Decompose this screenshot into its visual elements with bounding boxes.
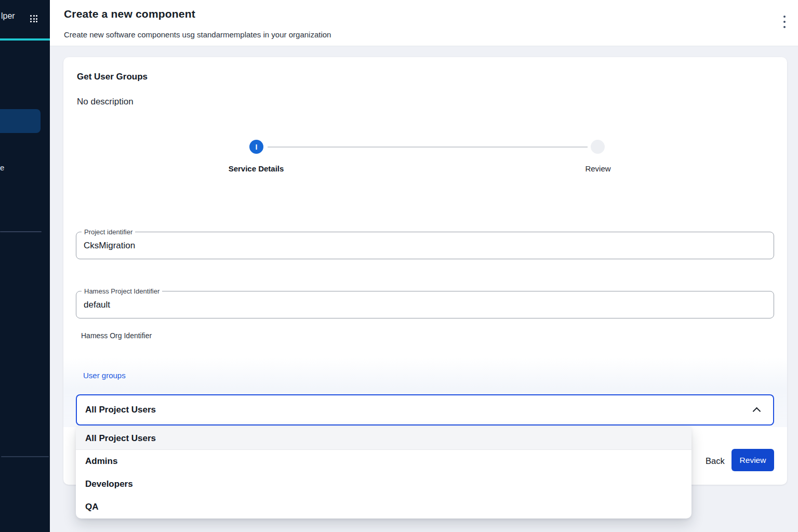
org-identifier-label: Hamess Org Identifier [81,331,152,340]
sidebar-app-title: lper [1,11,15,21]
review-button[interactable]: Review [732,449,774,471]
project-identifier-label: Project identifier [82,228,135,236]
user-groups-link[interactable]: User groups [83,371,126,380]
sidebar-item-label[interactable]: e [0,163,4,172]
back-button[interactable]: Back [700,453,730,469]
menu-item-qa[interactable]: QA [76,496,691,518]
menu-item-all-project-users[interactable]: All Project Users [76,427,691,450]
chevron-up-icon [753,407,761,416]
component-form-card: Get User Groups No description I Service… [63,57,787,485]
stepper-step-1-label: Service Details [229,164,284,173]
user-groups-dropdown-menu: All Project Users Admins Developers QA [76,427,691,518]
stepper-step-2-label: Review [585,164,610,173]
harness-project-identifier-field: Hamess Project Identifier [76,291,774,318]
stepper-step-2-circle [591,140,605,154]
sidebar-item-selected[interactable] [0,109,41,133]
card-title: Get User Groups [77,72,148,82]
page-title: Create a new component [64,8,195,20]
harness-project-identifier-label: Hamess Project Identifier [82,287,162,295]
page-header: Create a new component Create new softwa… [50,0,798,46]
menu-item-developers[interactable]: Developers [76,473,691,496]
user-groups-selected-value: All Project Users [85,395,156,424]
stepper-step-1-circle: I [249,140,263,154]
sidebar-divider [0,231,42,232]
apps-grid-icon[interactable] [30,15,38,23]
menu-item-admins[interactable]: Admins [76,450,691,473]
stepper-connector [268,147,588,148]
harness-project-identifier-input[interactable] [76,291,774,318]
sidebar-accent-line [0,38,50,41]
project-identifier-input[interactable] [76,232,774,259]
kebab-menu-icon[interactable] [783,16,786,28]
stepper-step-1-number: I [256,143,258,151]
sidebar-divider [1,456,49,457]
project-identifier-field: Project identifier [76,232,774,259]
sidebar: lper e [0,0,50,532]
page-subtitle: Create new software components usg stand… [64,30,331,39]
card-description: No description [77,97,134,107]
user-groups-select[interactable]: All Project Users [76,394,774,425]
